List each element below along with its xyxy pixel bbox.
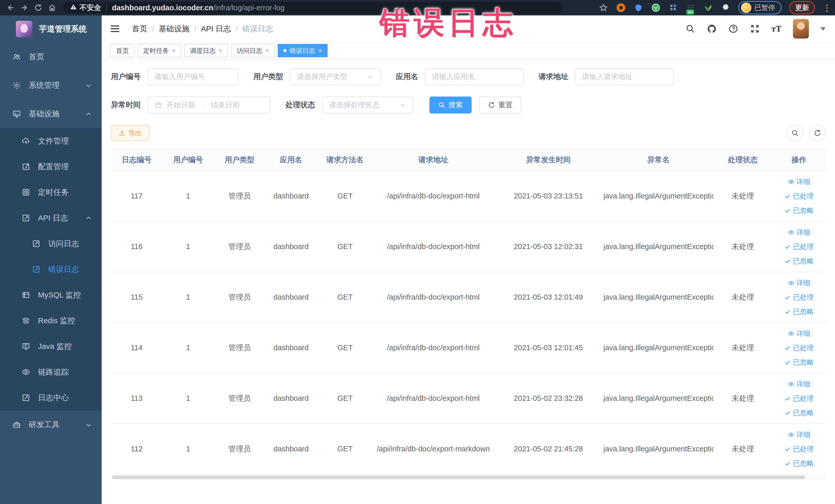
app-logo-row[interactable]: 芋道管理系统	[0, 15, 102, 43]
github-icon[interactable]	[707, 24, 717, 34]
user-menu-caret-icon[interactable]	[820, 27, 826, 31]
bookmark-star-icon[interactable]	[598, 3, 608, 13]
table-header-row: 日志编号用户编号用户类型应用名请求方法名请求地址异常发生时间异常名处理状态操作	[111, 149, 826, 171]
tab-错误日志[interactable]: 错误日志×	[278, 44, 328, 57]
column-header: 用户类型	[214, 149, 265, 171]
browser-forward-icon[interactable]	[18, 1, 31, 15]
cell-exception: java.lang.IllegalArgumentException	[604, 373, 714, 424]
ignored-link[interactable]: 已忽略	[772, 254, 826, 268]
sidebar-item-home[interactable]: 首页	[0, 43, 102, 71]
ignored-link[interactable]: 已忽略	[772, 406, 826, 420]
sidebar-item-schedule[interactable]: 定时任务	[0, 180, 102, 205]
processed-link[interactable]: 已处理	[772, 240, 826, 254]
file-upload-icon	[21, 136, 31, 146]
eye-icon	[788, 330, 794, 337]
detail-link[interactable]: 详细	[772, 326, 826, 341]
processed-link[interactable]: 已处理	[772, 290, 826, 304]
browser-reload-icon[interactable]	[31, 1, 45, 15]
process-status-select[interactable]: 请选择处理状态	[322, 97, 413, 114]
sidebar-item-infra[interactable]: 基础设施	[0, 100, 102, 128]
search-icon[interactable]	[685, 24, 695, 34]
app-name-input[interactable]: 请输入应用名	[425, 68, 524, 85]
breadcrumb-item[interactable]: API 日志	[201, 24, 231, 34]
help-icon[interactable]	[728, 24, 738, 34]
cell-app: dashboard	[265, 373, 317, 424]
detail-link[interactable]: 详细	[772, 276, 826, 290]
cell-user-id: 1	[162, 424, 214, 474]
ignored-link[interactable]: 已忽略	[772, 203, 826, 218]
extensions-puzzle-icon[interactable]	[721, 3, 731, 13]
processed-link[interactable]: 已处理	[772, 391, 826, 406]
user-type-select[interactable]: 请选择用户类型	[290, 68, 381, 85]
tab-定时任务[interactable]: 定时任务×	[138, 44, 181, 57]
cell-url: /api/infra/db-doc/export-html	[373, 373, 493, 424]
sidebar-item-config[interactable]: 配置管理	[0, 154, 102, 180]
refresh-table-button[interactable]	[809, 125, 826, 141]
extension-icon-grid[interactable]	[668, 3, 678, 13]
browser-home-icon[interactable]	[45, 1, 59, 15]
user-id-input[interactable]: 请输入用户编号	[147, 68, 239, 85]
sidebar-item-file-upload[interactable]: 文件管理	[0, 128, 102, 154]
extension-icon-adblock-on[interactable]	[686, 3, 696, 13]
sidebar-item-log-center[interactable]: 日志中心	[0, 385, 102, 410]
detail-link[interactable]: 详细	[772, 427, 826, 442]
cell-id: 113	[111, 373, 162, 424]
search-button[interactable]: 搜索	[429, 97, 471, 114]
exception-time-range-picker[interactable]: 开始日期 - 结束日期	[147, 97, 270, 114]
menu-collapse-icon[interactable]	[109, 23, 121, 35]
toggle-search-button[interactable]	[787, 125, 803, 141]
extension-icon-orange[interactable]	[616, 3, 626, 13]
sidebar-item-mysql[interactable]: MySQL 监控	[0, 282, 102, 308]
sidebar-item-devtool[interactable]: 研发工具	[0, 410, 102, 439]
request-url-input[interactable]: 请输入请求地址	[575, 68, 674, 85]
tab-首页[interactable]: 首页	[110, 44, 135, 57]
page-url[interactable]: dashboard.yudao.iocoder.cn/infra/log/api…	[112, 4, 284, 12]
user-avatar[interactable]	[793, 19, 809, 39]
extension-icon-blue-shield[interactable]	[633, 3, 643, 13]
detail-link[interactable]: 详细	[772, 377, 826, 391]
detail-link[interactable]: 详细	[772, 175, 826, 189]
ignored-link[interactable]: 已忽略	[772, 304, 826, 319]
app-logo	[16, 21, 32, 37]
processed-link[interactable]: 已处理	[772, 189, 826, 203]
fullscreen-icon[interactable]	[750, 24, 760, 34]
close-icon[interactable]: ×	[318, 47, 322, 54]
cell-url: /api/infra/db-doc/export-html	[373, 221, 493, 272]
tab-调度日志[interactable]: 调度日志×	[184, 44, 228, 57]
sidebar-item-redis[interactable]: Redis 监控	[0, 308, 102, 334]
browser-update-button[interactable]: 更新	[789, 1, 815, 14]
detail-link[interactable]: 详细	[772, 225, 826, 240]
scrollbar-thumb[interactable]	[112, 476, 805, 479]
extension-icon-plant[interactable]	[703, 3, 713, 13]
security-label[interactable]: 不安全	[80, 3, 101, 13]
processed-link[interactable]: 已处理	[772, 341, 826, 355]
ignored-link[interactable]: 已忽略	[772, 355, 826, 369]
breadcrumb-item[interactable]: 首页	[132, 24, 147, 34]
tab-访问日志[interactable]: 访问日志×	[231, 44, 274, 57]
ignored-link[interactable]: 已忽略	[772, 456, 826, 471]
sidebar-item-error-log[interactable]: 错误日志	[0, 257, 102, 282]
breadcrumb-item[interactable]: 基础设施	[159, 24, 189, 34]
close-icon[interactable]: ×	[219, 47, 222, 54]
horizontal-scrollbar[interactable]	[111, 475, 826, 480]
sidebar-item-gear[interactable]: 系统管理	[0, 71, 102, 100]
sidebar-item-label: 系统管理	[29, 80, 60, 90]
browser-menu-icon[interactable]: ⋮	[823, 3, 831, 12]
profile-paused-badge[interactable]: 已暂停	[738, 1, 781, 14]
cell-id: 117	[111, 171, 162, 221]
sidebar-item-trace[interactable]: 链路追踪	[0, 359, 102, 385]
close-icon[interactable]: ×	[172, 47, 176, 54]
extension-icon-green-v[interactable]	[651, 3, 661, 13]
browser-back-icon[interactable]	[4, 1, 18, 15]
chevron-down-icon	[368, 74, 374, 80]
export-button[interactable]: 导出	[111, 125, 149, 141]
close-icon[interactable]: ×	[265, 47, 269, 54]
sidebar-item-api-log[interactable]: API 日志	[0, 205, 102, 231]
config-icon	[21, 162, 31, 172]
font-size-icon[interactable]: тT	[771, 24, 781, 34]
sidebar-item-access-log[interactable]: 访问日志	[0, 231, 102, 257]
reset-button[interactable]: 重置	[479, 97, 521, 114]
sidebar-item-java[interactable]: Java 监控	[0, 334, 102, 359]
processed-link[interactable]: 已处理	[772, 442, 826, 456]
cell-exception: java.lang.IllegalArgumentException	[604, 272, 714, 322]
